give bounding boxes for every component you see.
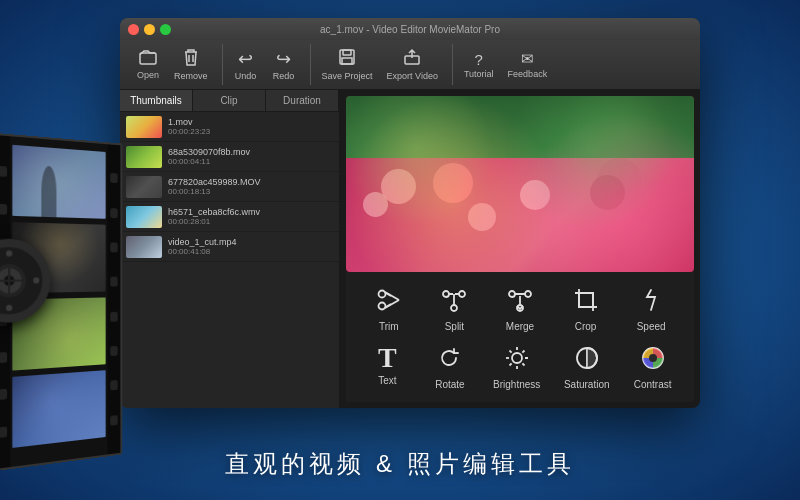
- minimize-button[interactable]: [144, 24, 155, 35]
- svg-rect-19: [579, 293, 593, 307]
- contrast-icon: [639, 344, 667, 376]
- clip-info: 1.mov 00:00:23:23: [168, 117, 333, 136]
- close-button[interactable]: [128, 24, 139, 35]
- speed-icon: [637, 286, 665, 318]
- video-preview: [346, 96, 694, 272]
- scissors-icon: [375, 286, 403, 318]
- svg-point-17: [525, 291, 531, 297]
- maximize-button[interactable]: [160, 24, 171, 35]
- merge-tool[interactable]: Merge: [492, 282, 547, 336]
- duration-tab[interactable]: Duration: [266, 90, 339, 111]
- window-controls: [128, 24, 171, 35]
- crop-label: Crop: [575, 321, 597, 332]
- trim-label: Trim: [379, 321, 399, 332]
- svg-point-31: [649, 354, 657, 362]
- clip-tab[interactable]: Clip: [193, 90, 266, 111]
- clip-info: video_1_cut.mp4 00:00:41:08: [168, 237, 333, 256]
- clip-duration: 00:00:28:01: [168, 217, 333, 226]
- feedback-icon: ✉: [521, 50, 534, 68]
- redo-label: Redo: [273, 71, 295, 81]
- clip-duration: 00:00:18:13: [168, 187, 333, 196]
- svg-point-16: [509, 291, 515, 297]
- clip-thumbnail: [126, 116, 162, 138]
- speed-tool[interactable]: Speed: [624, 282, 679, 336]
- svg-line-27: [522, 351, 524, 353]
- rotate-icon: [436, 344, 464, 376]
- clip-info: 68a5309070f8b.mov 00:00:04:11: [168, 147, 333, 166]
- speed-label: Speed: [637, 321, 666, 332]
- brightness-icon: [503, 344, 531, 376]
- title-bar: ac_1.mov - Video Editor MovieMator Pro: [120, 18, 700, 40]
- split-tool[interactable]: Split: [427, 282, 482, 336]
- merge-label: Merge: [506, 321, 534, 332]
- redo-icon: ↪: [276, 48, 291, 70]
- save-button[interactable]: Save Project: [316, 44, 379, 85]
- edit-tools-group: ↩ Undo ↪ Redo: [228, 44, 311, 85]
- contrast-label: Contrast: [634, 379, 672, 390]
- window-title: ac_1.mov - Video Editor MovieMator Pro: [320, 24, 500, 35]
- undo-button[interactable]: ↩ Undo: [228, 44, 264, 85]
- tutorial-icon: ?: [475, 51, 483, 68]
- thumbnails-tab[interactable]: Thumbnails: [120, 90, 193, 111]
- tutorial-label: Tutorial: [464, 69, 494, 79]
- export-icon: [403, 48, 421, 70]
- rotate-tool[interactable]: Rotate: [422, 340, 477, 394]
- saturation-tool[interactable]: Saturation: [556, 340, 618, 394]
- clip-name: 677820ac459989.MOV: [168, 177, 333, 187]
- remove-icon: [183, 48, 199, 70]
- split-label: Split: [445, 321, 464, 332]
- redo-button[interactable]: ↪ Redo: [266, 44, 302, 85]
- merge-icon: [506, 286, 534, 318]
- open-button[interactable]: Open: [130, 45, 166, 84]
- contrast-tool[interactable]: Contrast: [625, 340, 680, 394]
- text-label: Text: [378, 375, 396, 386]
- trim-tool[interactable]: Trim: [361, 282, 416, 336]
- clip-item[interactable]: 1.mov 00:00:23:23: [120, 112, 339, 142]
- help-tools-group: ? Tutorial ✉ Feedback: [458, 46, 561, 83]
- toolbar: Open Remove ↩ Undo ↪ Redo: [120, 40, 700, 90]
- crop-tool[interactable]: Crop: [558, 282, 613, 336]
- export-label: Export Video: [387, 71, 438, 81]
- svg-point-13: [443, 291, 449, 297]
- clip-name: 68a5309070f8b.mov: [168, 147, 333, 157]
- clip-duration: 00:00:23:23: [168, 127, 333, 136]
- brightness-tool[interactable]: Brightness: [485, 340, 548, 394]
- svg-line-28: [509, 363, 511, 365]
- panel-header: Thumbnails Clip Duration: [120, 90, 339, 112]
- tutorial-button[interactable]: ? Tutorial: [458, 47, 500, 83]
- feedback-label: Feedback: [508, 69, 548, 79]
- svg-point-15: [451, 305, 457, 311]
- export-button[interactable]: Export Video: [381, 44, 444, 85]
- tools-row-2: T Text Rotate: [346, 338, 694, 396]
- file-tools-group: Open Remove: [130, 44, 223, 85]
- svg-point-8: [378, 303, 385, 310]
- svg-line-25: [509, 351, 511, 353]
- svg-point-7: [378, 291, 385, 298]
- remove-button[interactable]: Remove: [168, 44, 214, 85]
- svg-rect-0: [140, 53, 156, 64]
- preview-background: [346, 96, 694, 272]
- clip-name: h6571_ceba8cf6c.wmv: [168, 207, 333, 217]
- feedback-button[interactable]: ✉ Feedback: [502, 46, 554, 83]
- text-icon: T: [378, 344, 397, 372]
- brightness-label: Brightness: [493, 379, 540, 390]
- clip-info: h6571_ceba8cf6c.wmv 00:00:28:01: [168, 207, 333, 226]
- tools-area: Trim Split: [346, 272, 694, 402]
- open-label: Open: [137, 70, 159, 80]
- svg-point-14: [459, 291, 465, 297]
- filmstrip-decoration: [0, 132, 162, 397]
- split-icon: [440, 286, 468, 318]
- save-icon: [338, 48, 356, 70]
- saturation-label: Saturation: [564, 379, 610, 390]
- save-label: Save Project: [322, 71, 373, 81]
- clip-name: 1.mov: [168, 117, 333, 127]
- clip-duration: 00:00:41:08: [168, 247, 333, 256]
- text-tool[interactable]: T Text: [360, 340, 415, 394]
- svg-point-20: [512, 353, 522, 363]
- right-panel: Trim Split: [340, 90, 700, 408]
- undo-label: Undo: [235, 71, 257, 81]
- clip-name: video_1_cut.mp4: [168, 237, 333, 247]
- svg-line-26: [522, 363, 524, 365]
- clip-info: 677820ac459989.MOV 00:00:18:13: [168, 177, 333, 196]
- saturation-icon: [573, 344, 601, 376]
